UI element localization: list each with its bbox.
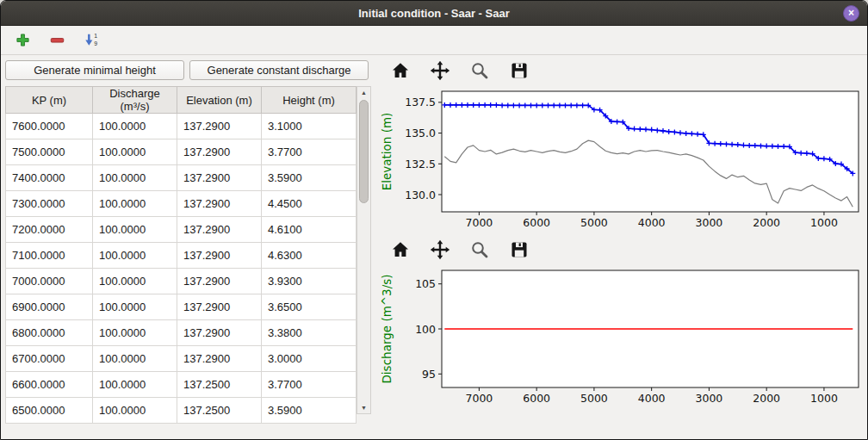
scroll-up-icon[interactable]: ▲	[357, 87, 370, 98]
table-cell[interactable]: 100.0000	[93, 372, 177, 398]
table-cell[interactable]: 3.5900	[262, 398, 356, 424]
column-header[interactable]: Height (m)	[262, 87, 356, 114]
plus-icon	[16, 33, 30, 47]
table-cell[interactable]: 4.6100	[262, 217, 356, 243]
table-vertical-scrollbar[interactable]: ▲ ▼	[356, 86, 371, 414]
table-cell[interactable]: 7100.0000	[6, 243, 93, 269]
generate-constant-discharge-button[interactable]: Generate constant discharge	[189, 60, 369, 80]
home-button[interactable]	[388, 59, 412, 83]
pan-button[interactable]	[428, 59, 452, 83]
table-cell[interactable]: 3.0000	[262, 346, 356, 372]
table-row[interactable]: 7200.0000100.0000137.29004.6100	[6, 217, 356, 243]
table-cell[interactable]: 3.5900	[262, 165, 356, 191]
table-cell[interactable]: 3.1000	[262, 114, 356, 139]
table-cell[interactable]: 6900.0000	[6, 294, 93, 320]
table-cell[interactable]: 100.0000	[93, 114, 177, 139]
app-toolbar: 1 9	[1, 26, 867, 55]
titlebar[interactable]: Initial condition - Saar - Saar ×	[1, 1, 867, 26]
column-header[interactable]: Elevation (m)	[177, 87, 262, 114]
svg-text:1000: 1000	[810, 392, 838, 405]
column-header[interactable]: KP (m)	[6, 87, 93, 114]
pan-icon	[430, 60, 450, 81]
table-cell[interactable]: 3.6500	[262, 294, 356, 320]
table-cell[interactable]: 6600.0000	[6, 372, 93, 398]
table-cell[interactable]: 137.2900	[177, 243, 262, 269]
table-cell[interactable]: 7600.0000	[6, 114, 93, 139]
elevation-chart[interactable]: 7000600050004000300020001000137.5135.013…	[378, 86, 865, 234]
save-button[interactable]	[507, 59, 531, 83]
table-cell[interactable]: 100.0000	[93, 398, 177, 424]
close-icon[interactable]: ×	[843, 5, 859, 22]
svg-text:2000: 2000	[753, 392, 780, 405]
home-button[interactable]	[388, 238, 412, 262]
table-cell[interactable]: 137.2900	[177, 269, 262, 294]
save-icon	[509, 60, 530, 81]
table-cell[interactable]: 6700.0000	[6, 346, 93, 372]
svg-text:135.0: 135.0	[405, 127, 436, 139]
table-row[interactable]: 7000.0000100.0000137.29003.9300	[6, 269, 356, 294]
table-cell[interactable]: 100.0000	[93, 191, 177, 217]
table-row[interactable]: 6700.0000100.0000137.29003.0000	[6, 346, 356, 372]
sort-digit-bottom: 9	[94, 40, 97, 46]
save-button[interactable]	[507, 238, 531, 262]
table-cell[interactable]: 3.3800	[262, 320, 356, 346]
table-cell[interactable]: 7500.0000	[6, 139, 93, 165]
table-cell[interactable]: 137.2900	[177, 294, 262, 320]
table-row[interactable]: 7100.0000100.0000137.29004.6300	[6, 243, 356, 269]
discharge-chart[interactable]: 700060005000400030002000100010510095Disc…	[378, 265, 865, 410]
table-cell[interactable]: 137.2900	[177, 191, 262, 217]
window: Initial condition - Saar - Saar × 1 9	[0, 0, 868, 440]
svg-text:105: 105	[415, 277, 436, 290]
table-row[interactable]: 7300.0000100.0000137.29004.4500	[6, 191, 356, 217]
table-cell[interactable]: 7200.0000	[6, 217, 93, 243]
table-row[interactable]: 6500.0000100.0000137.25003.5900	[6, 398, 356, 424]
table-row[interactable]: 6800.0000100.0000137.29003.3800	[6, 320, 356, 346]
table-cell[interactable]: 100.0000	[93, 294, 177, 320]
table-cell[interactable]: 137.2900	[177, 114, 262, 139]
table-cell[interactable]: 137.2900	[177, 346, 262, 372]
table-row[interactable]: 7400.0000100.0000137.29003.5900	[6, 165, 356, 191]
table-cell[interactable]: 100.0000	[93, 269, 177, 294]
table-cell[interactable]: 137.2900	[177, 320, 262, 346]
column-header[interactable]: Discharge (m³/s)	[93, 87, 177, 114]
table-cell[interactable]: 6800.0000	[6, 320, 93, 346]
generate-minimal-height-button[interactable]: Generate minimal height	[5, 60, 184, 80]
svg-text:6000: 6000	[523, 392, 550, 405]
table-cell[interactable]: 137.2900	[177, 165, 262, 191]
table-cell[interactable]: 100.0000	[93, 165, 177, 191]
table-cell[interactable]: 100.0000	[93, 243, 177, 269]
table-cell[interactable]: 100.0000	[93, 320, 177, 346]
add-row-button[interactable]	[11, 29, 34, 52]
table-row[interactable]: 6600.0000100.0000137.25003.7700	[6, 372, 356, 398]
table-cell[interactable]: 3.9300	[262, 269, 356, 294]
scrollbar-thumb[interactable]	[359, 100, 369, 203]
table-cell[interactable]: 3.7700	[262, 372, 356, 398]
table-cell[interactable]: 7300.0000	[6, 191, 93, 217]
zoom-button[interactable]	[468, 59, 492, 83]
table-cell[interactable]: 137.2900	[177, 139, 262, 165]
table-cell[interactable]: 137.2500	[177, 398, 262, 424]
generator-buttons: Generate minimal height Generate constan…	[5, 60, 373, 80]
table-cell[interactable]: 7400.0000	[6, 165, 93, 191]
table-cell[interactable]: 7000.0000	[6, 269, 93, 294]
table-cell[interactable]: 137.2500	[177, 372, 262, 398]
table-row[interactable]: 7600.0000100.0000137.29003.1000	[6, 114, 356, 139]
table-row[interactable]: 6900.0000100.0000137.29003.6500	[6, 294, 356, 320]
table-cell[interactable]: 100.0000	[93, 139, 177, 165]
table-row[interactable]: 7500.0000100.0000137.29003.7700	[6, 139, 356, 165]
scroll-down-icon[interactable]: ▼	[357, 402, 370, 413]
sort-button[interactable]: 1 9	[80, 29, 102, 52]
right-panel: 7000600050004000300020001000137.5135.013…	[373, 55, 867, 439]
table-cell[interactable]: 100.0000	[93, 346, 177, 372]
delete-row-button[interactable]	[46, 29, 68, 52]
table-cell[interactable]: 137.2900	[177, 217, 262, 243]
pan-button[interactable]	[428, 238, 452, 262]
table-cell[interactable]: 3.7700	[262, 139, 356, 165]
table-cell[interactable]: 100.0000	[93, 217, 177, 243]
table-cell[interactable]: 4.4500	[262, 191, 356, 217]
discharge-plot-toolbar	[378, 234, 867, 265]
elevation-plot-toolbar	[378, 55, 867, 86]
table-cell[interactable]: 6500.0000	[6, 398, 93, 424]
zoom-button[interactable]	[468, 238, 492, 262]
table-cell[interactable]: 4.6300	[262, 243, 356, 269]
